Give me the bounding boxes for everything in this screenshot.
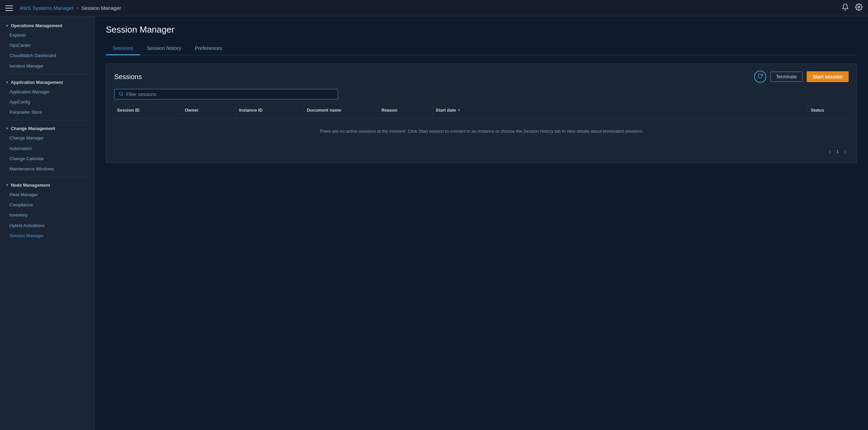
settings-button[interactable]: [855, 3, 863, 13]
start-session-button[interactable]: Start session: [807, 71, 849, 82]
main-content: Session Manager Sessions Session history…: [95, 16, 868, 430]
chevron-icon-application: ▼: [5, 80, 9, 84]
terminate-button[interactable]: Terminate: [770, 72, 803, 82]
sidebar-item-compliance[interactable]: Compliance: [0, 200, 95, 210]
table-header: Session ID Owner Instance ID Document na…: [114, 105, 849, 118]
empty-message: There are no active sessions at the mome…: [114, 120, 849, 143]
navbar: AWS Systems Manager > Session Manager: [0, 0, 868, 16]
col-header-start-date[interactable]: Start date ▼: [433, 105, 808, 115]
pagination: ‹ 1 ›: [114, 147, 849, 156]
sidebar-section-title-node[interactable]: ▼ Node Management: [0, 180, 95, 190]
sidebar-section-title-application[interactable]: ▼ Application Management: [0, 77, 95, 87]
navbar-brand-link[interactable]: AWS Systems Manager: [20, 5, 74, 11]
sessions-actions: Terminate Start session: [754, 71, 849, 83]
sort-icon-start-date: ▼: [457, 108, 461, 112]
next-page-button[interactable]: ›: [842, 147, 849, 156]
sidebar-item-maintenance-windows[interactable]: Maintenance Windows: [0, 164, 95, 174]
sidebar-section-change: ▼ Change Management Change Manager Autom…: [0, 123, 95, 174]
sidebar-divider-3: [5, 177, 89, 177]
sidebar-section-application: ▼ Application Management Application Man…: [0, 77, 95, 118]
sidebar-item-cloudwatch[interactable]: CloudWatch Dashboard: [0, 51, 95, 61]
prev-page-button[interactable]: ‹: [826, 147, 833, 156]
col-header-session-id: Session ID: [114, 105, 182, 115]
search-input[interactable]: [126, 92, 334, 97]
col-header-owner: Owner: [182, 105, 236, 115]
sidebar-item-explorer[interactable]: Explorer: [0, 30, 95, 40]
svg-point-0: [858, 6, 860, 8]
sidebar-item-fleet-manager[interactable]: Fleet Manager: [0, 190, 95, 200]
sessions-panel: Sessions Terminate Start session: [106, 63, 857, 163]
svg-line-2: [122, 95, 123, 96]
col-header-document-name: Document name: [304, 105, 379, 115]
tab-preferences[interactable]: Preferences: [188, 42, 229, 55]
current-page: 1: [836, 149, 839, 154]
col-header-reason: Reason: [379, 105, 433, 115]
sidebar-item-opscenter[interactable]: OpsCenter: [0, 40, 95, 51]
breadcrumb-sep: >: [76, 5, 79, 11]
sidebar-item-hybrid-activations[interactable]: Hybrid Activations: [0, 221, 95, 231]
sidebar-item-automation[interactable]: Automation: [0, 144, 95, 154]
col-header-instance-id: Instance ID: [236, 105, 304, 115]
chevron-icon-node: ▼: [5, 183, 9, 187]
sidebar-item-appconfig[interactable]: AppConfig: [0, 97, 95, 107]
sidebar: ▼ Operations Management Explorer OpsCent…: [0, 16, 95, 430]
navbar-icons: [842, 3, 863, 13]
sidebar-item-change-calendar[interactable]: Change Calendar: [0, 154, 95, 164]
sidebar-item-inventory[interactable]: Inventory: [0, 210, 95, 220]
sidebar-item-parameter-store[interactable]: Parameter Store: [0, 107, 95, 117]
refresh-icon: [757, 73, 763, 80]
tabs-bar: Sessions Session history Preferences: [106, 42, 857, 55]
sessions-header: Sessions Terminate Start session: [114, 71, 849, 83]
chevron-icon-change: ▼: [5, 127, 9, 130]
sidebar-section-title-operations[interactable]: ▼ Operations Management: [0, 20, 95, 30]
col-header-status: Status: [808, 105, 849, 115]
navbar-current-page: Session Manager: [81, 5, 121, 11]
sidebar-section-node: ▼ Node Management Fleet Manager Complian…: [0, 180, 95, 241]
chevron-icon-operations: ▼: [5, 24, 9, 27]
sidebar-section-title-change[interactable]: ▼ Change Management: [0, 123, 95, 133]
sessions-panel-title: Sessions: [114, 73, 754, 81]
sidebar-item-incident-manager[interactable]: Incident Manager: [0, 61, 95, 71]
sidebar-section-operations: ▼ Operations Management Explorer OpsCent…: [0, 20, 95, 71]
page-title: Session Manager: [106, 24, 857, 35]
tab-session-history[interactable]: Session history: [140, 42, 188, 55]
notifications-button[interactable]: [842, 3, 849, 13]
gear-icon: [855, 3, 863, 13]
bell-icon: [842, 3, 849, 13]
search-bar: [114, 89, 338, 99]
navbar-brand: AWS Systems Manager: [20, 5, 74, 11]
sidebar-item-change-manager[interactable]: Change Manager: [0, 133, 95, 143]
menu-icon[interactable]: [5, 3, 15, 13]
refresh-button[interactable]: [754, 71, 766, 83]
search-icon: [119, 91, 123, 97]
sidebar-item-application-manager[interactable]: Application Manager: [0, 87, 95, 97]
sessions-table: Session ID Owner Instance ID Document na…: [114, 105, 849, 143]
sidebar-divider-2: [5, 120, 89, 120]
sidebar-item-session-manager[interactable]: Session Manager: [0, 231, 95, 241]
tab-sessions[interactable]: Sessions: [106, 42, 140, 55]
sidebar-divider-1: [5, 74, 89, 74]
